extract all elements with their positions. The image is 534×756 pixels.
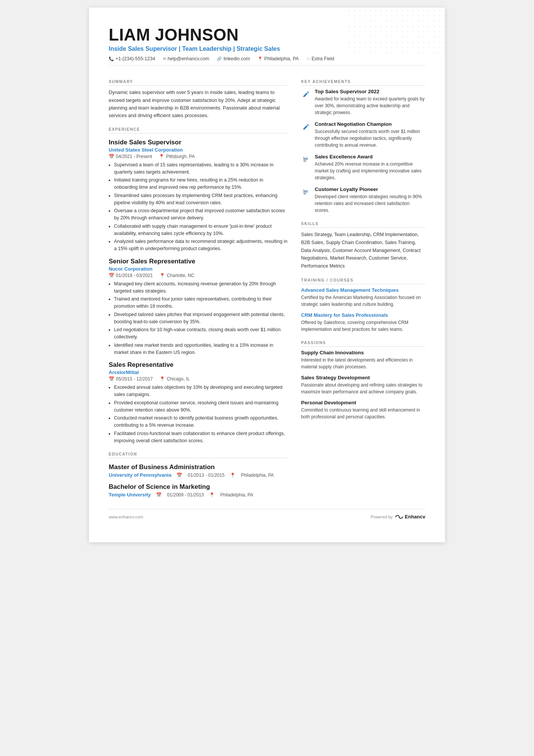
summary-text: Dynamic sales supervisor with over 5 yea… — [109, 89, 287, 119]
passion-3: Personal Development Committed to contin… — [301, 400, 425, 420]
job-3-date: 📅 05/2015 - 12/2017 — [109, 376, 153, 382]
job-2-date: 📅 01/2018 - 03/2021 — [109, 273, 153, 278]
candidate-title: Inside Sales Supervisor | Team Leadershi… — [109, 45, 425, 52]
enhancv-brand: Enhancv — [395, 514, 425, 520]
pencil-icon-1 — [302, 91, 310, 98]
edu-2-school: Temple University — [109, 492, 151, 498]
contact-extra: ☆ Extra Field — [306, 56, 334, 61]
edu-1-date-icon: 📅 — [176, 473, 182, 478]
achievement-1-desc: Awarded for leading team to exceed quart… — [315, 95, 425, 116]
summary-label: SUMMARY — [109, 79, 287, 86]
footer-powered: Powered by Enhancv — [371, 514, 425, 520]
left-column: SUMMARY Dynamic sales supervisor with ov… — [109, 72, 287, 498]
achievement-3-desc: Achieved 20% revenue increase in a compe… — [315, 161, 425, 181]
calendar-icon-2: 📅 — [109, 273, 114, 278]
job-2-location: 📍 Charlotte, NC — [159, 273, 194, 278]
skills-text: Sales Strategy, Team Leadership, CRM Imp… — [301, 231, 425, 270]
job-3-company: ArcelorMittal — [109, 369, 287, 375]
training-2: CRM Mastery for Sales Professionals Offe… — [301, 312, 425, 333]
job-3: Sales Representative ArcelorMittal 📅 05/… — [109, 361, 287, 444]
achievement-4-icon — [301, 187, 311, 197]
bullet-item: Exceeded annual sales objectives by 10% … — [114, 384, 287, 398]
pencil-icon-2 — [302, 123, 310, 131]
contact-linkedin: 🔗 linkedin.com — [217, 56, 250, 61]
bullet-item: Facilitated cross-functional team collab… — [114, 430, 287, 445]
bullet-item: Analyzed sales performance data to recom… — [114, 238, 287, 252]
achievement-3-title: Sales Excellence Award — [315, 154, 425, 160]
job-3-meta: 📅 05/2015 - 12/2017 📍 Chicago, IL — [109, 376, 287, 382]
job-1-date: 📅 04/2021 - Present — [109, 154, 152, 159]
job-3-location: 📍 Chicago, IL — [159, 376, 190, 382]
skills-label: SKILLS — [301, 221, 425, 228]
achievement-4-title: Customer Loyalty Pioneer — [315, 186, 425, 192]
passion-3-desc: Committed to continuous learning and ski… — [301, 407, 425, 420]
edu-2-degree: Bachelor of Science in Marketing — [109, 483, 287, 491]
job-1-meta: 📅 04/2021 - Present 📍 Pittsburgh, PA — [109, 154, 287, 159]
bullet-item: Streamlined sales processes by implement… — [114, 192, 287, 207]
bullet-item: Identified new market trends and opportu… — [114, 342, 287, 356]
edu-2-meta: Temple University 📅 01/2009 - 01/2013 📍 … — [109, 492, 287, 498]
edu-2: Bachelor of Science in Marketing Temple … — [109, 483, 287, 498]
achievement-4-content: Customer Loyalty Pioneer Developed clien… — [315, 186, 425, 214]
edu-1: Master of Business Administration Univer… — [109, 463, 287, 478]
right-column: KEY ACHIEVEMENTS Top Sales Supervisor 20… — [301, 72, 425, 498]
contact-phone: 📞 +1-(234)-555-1234 — [109, 56, 155, 61]
bullet-item: Oversaw a cross-departmental project tha… — [114, 207, 287, 222]
job-1-location: 📍 Pittsburgh, PA — [159, 154, 195, 159]
bullet-item: Developed tailored sales pitches that im… — [114, 311, 287, 326]
contact-bar: 📞 +1-(234)-555-1234 ✉ help@enhancv.com 🔗… — [109, 56, 425, 66]
job-1-title: Inside Sales Supervisor — [109, 139, 287, 146]
achievement-3-content: Sales Excellence Award Achieved 20% reve… — [315, 154, 425, 181]
bullet-item: Conducted market research to identify po… — [114, 415, 287, 429]
calendar-icon-3: 📅 — [109, 376, 114, 382]
achievement-3-icon — [301, 155, 311, 164]
achievement-3: Sales Excellence Award Achieved 20% reve… — [301, 154, 425, 181]
experience-label: EXPERIENCE — [109, 127, 287, 133]
job-1-company: United States Steel Corporation — [109, 147, 287, 153]
training-2-title: CRM Mastery for Sales Professionals — [301, 312, 425, 318]
job-2-meta: 📅 01/2018 - 03/2021 📍 Charlotte, NC — [109, 273, 287, 278]
flag-icon-1 — [302, 156, 310, 163]
header: LIAM JOHNSON Inside Sales Supervisor | T… — [109, 26, 425, 66]
achievement-1-content: Top Sales Supervisor 2022 Awarded for le… — [315, 89, 425, 116]
star-icon: ☆ — [306, 56, 310, 61]
edu-1-meta: University of Pennsylvania 📅 01/2013 - 0… — [109, 472, 287, 478]
achievement-1-icon — [301, 89, 311, 99]
bullet-item: Collaborated with supply chain managemen… — [114, 223, 287, 237]
training-2-desc: Offered by Salesforce, covering comprehe… — [301, 319, 425, 333]
resume-page: LIAM JOHNSON Inside Sales Supervisor | T… — [89, 8, 445, 542]
edu-2-date-icon: 📅 — [156, 492, 162, 498]
footer: www.enhancv.com Powered by Enhancv — [109, 509, 425, 520]
contact-email: ✉ help@enhancv.com — [163, 56, 209, 61]
passion-2-desc: Passionate about developing and refining… — [301, 382, 425, 395]
training-1-desc: Certified by the American Marketing Asso… — [301, 294, 425, 308]
enhancv-logo-icon — [395, 514, 403, 520]
bullet-item: Managed key client accounts, increasing … — [114, 280, 287, 295]
passion-1-desc: Interested in the latest developments an… — [301, 357, 425, 370]
phone-icon: 📞 — [109, 56, 114, 61]
passion-2: Sales Strategy Development Passionate ab… — [301, 375, 425, 395]
job-1-bullets: Supervised a team of 15 sales representa… — [109, 161, 287, 252]
training-1-title: Advanced Sales Management Techniques — [301, 287, 425, 293]
achievement-2-title: Contract Negotiation Champion — [315, 121, 425, 127]
education-label: EDUCATION — [109, 452, 287, 458]
job-1: Inside Sales Supervisor United States St… — [109, 139, 287, 252]
passion-3-title: Personal Development — [301, 400, 425, 405]
candidate-name: LIAM JOHNSON — [109, 26, 425, 44]
flag-icon-2 — [302, 188, 310, 196]
passion-2-title: Sales Strategy Development — [301, 375, 425, 380]
location-icon-3: 📍 — [159, 376, 165, 382]
edu-1-school: University of Pennsylvania — [109, 472, 171, 478]
job-2-bullets: Managed key client accounts, increasing … — [109, 280, 287, 356]
edu-1-degree: Master of Business Administration — [109, 463, 287, 471]
achievement-2-icon — [301, 122, 311, 132]
achievement-2-content: Contract Negotiation Champion Successful… — [315, 121, 425, 149]
passions-label: PASSIONS — [301, 340, 425, 347]
job-2-company: Nucor Corporation — [109, 266, 287, 272]
passion-1-title: Supply Chain Innovations — [301, 350, 425, 355]
achievement-2-desc: Successfully secured contracts worth ove… — [315, 128, 425, 149]
achievement-2: Contract Negotiation Champion Successful… — [301, 121, 425, 149]
training-1: Advanced Sales Management Techniques Cer… — [301, 287, 425, 308]
achievements-label: KEY ACHIEVEMENTS — [301, 79, 425, 86]
edu-2-loc-icon: 📍 — [209, 492, 215, 498]
